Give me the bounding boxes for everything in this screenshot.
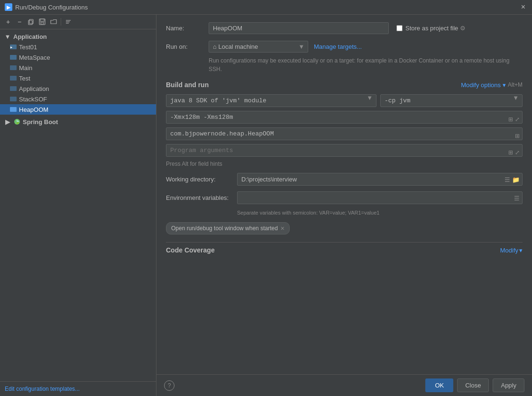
vm-options-icons: ⊞ ⤢ xyxy=(508,116,520,123)
java-select-wrapper: java 8 SDK of 'jvm' module ▼ xyxy=(166,94,376,107)
application-group-label: Application xyxy=(13,33,47,40)
tree-item-label: Test xyxy=(19,75,30,82)
run-debug-dialog: ▶ Run/Debug Configurations × + − xyxy=(0,0,532,396)
modify-coverage-label: Modify xyxy=(500,247,518,254)
cp-select-wrapper: -cp jvm ▼ xyxy=(380,94,523,107)
env-vars-hint: Separate variables with semicolon: VAR=v… xyxy=(237,210,523,216)
apply-button[interactable]: Apply xyxy=(493,378,524,392)
env-vars-label: Environment variables: xyxy=(166,194,237,201)
ok-button[interactable]: OK xyxy=(425,378,453,392)
java-cp-row: java 8 SDK of 'jvm' module ▼ -cp jvm ▼ xyxy=(166,94,523,107)
run-config-icon xyxy=(9,106,17,113)
env-vars-expand-icon[interactable]: ☰ xyxy=(514,194,520,201)
copy-config-button[interactable] xyxy=(26,17,36,27)
expand-args-icon[interactable]: ⊞ xyxy=(508,149,513,156)
application-group[interactable]: ▼ Application xyxy=(0,31,156,42)
run-config-icon xyxy=(9,95,17,103)
expand-args-icon2[interactable]: ⤢ xyxy=(515,149,520,156)
tree-item-main[interactable]: Main xyxy=(0,63,156,73)
manage-targets-link[interactable]: Manage targets... xyxy=(314,43,362,50)
working-dir-icons: ☰ 📁 xyxy=(504,176,520,183)
svg-rect-14 xyxy=(10,97,17,101)
java-select[interactable]: java 8 SDK of 'jvm' module xyxy=(166,94,376,107)
close-button[interactable]: × xyxy=(519,3,527,11)
spring-boot-group[interactable]: ▶ 🍃 Spring Boot xyxy=(0,117,156,127)
store-project-wrapper: Store as project file ⚙ xyxy=(396,25,466,32)
working-dir-label: Working directory: xyxy=(166,176,237,183)
tree-item-heapoom[interactable]: HeapOOM xyxy=(0,104,156,115)
cp-select[interactable]: -cp jvm xyxy=(380,94,523,107)
tree-item-test01[interactable]: ▶ Test01 xyxy=(0,42,156,52)
svg-rect-3 xyxy=(40,19,44,21)
close-dialog-button[interactable]: Close xyxy=(457,378,489,392)
env-vars-input[interactable] xyxy=(237,191,523,204)
open-tool-window-chip: Open run/debug tool window when started … xyxy=(166,222,290,234)
build-run-header: Build and run Modify options ▾ Alt+M xyxy=(166,81,523,89)
svg-rect-11 xyxy=(10,65,17,70)
left-panel: + − xyxy=(0,15,156,396)
tree-item-label: Test01 xyxy=(19,44,37,51)
store-project-checkbox[interactable] xyxy=(396,25,403,31)
program-args-icons: ⊞ ⤢ xyxy=(508,149,520,156)
expand-main-icon[interactable]: ⊞ xyxy=(515,133,520,139)
svg-rect-12 xyxy=(10,76,17,81)
svg-rect-13 xyxy=(10,86,17,91)
edit-config-templates-link[interactable]: Edit configuration templates... xyxy=(0,381,156,396)
main-content: + − xyxy=(0,15,532,396)
svg-rect-4 xyxy=(41,22,44,24)
run-config-icon xyxy=(9,74,17,82)
program-args-input[interactable] xyxy=(166,144,523,157)
modify-options-label: Modify options xyxy=(461,81,501,89)
chip-close-button[interactable]: × xyxy=(281,225,284,232)
remove-config-button[interactable]: − xyxy=(14,17,25,27)
run-info-text: Run configurations may be executed local… xyxy=(209,56,523,73)
modify-coverage-chevron: ▾ xyxy=(519,247,523,254)
name-input[interactable] xyxy=(209,22,389,34)
svg-rect-15 xyxy=(10,107,17,112)
main-class-input[interactable] xyxy=(166,127,523,140)
modify-options-link[interactable]: Modify options ▾ xyxy=(461,81,506,89)
env-vars-icons: ☰ xyxy=(514,194,520,201)
run-on-select[interactable]: ⌂ Local machine xyxy=(209,41,308,53)
run-config-icon xyxy=(9,54,17,61)
config-tree: ▼ Application ▶ Test01 xyxy=(0,29,156,381)
tree-item-metaspace[interactable]: MetaSpace xyxy=(0,52,156,63)
bottom-bar: ? OK Close Apply xyxy=(156,374,532,396)
gear-icon[interactable]: ⚙ xyxy=(460,25,466,32)
tree-item-test[interactable]: Test xyxy=(0,73,156,83)
dialog-icon: ▶ xyxy=(5,3,12,11)
name-label: Name: xyxy=(166,25,209,32)
working-dir-input-wrapper: ☰ 📁 xyxy=(237,173,523,186)
spring-boot-icon: 🍃 xyxy=(13,118,21,126)
tree-item-application[interactable]: Application xyxy=(0,83,156,94)
hint-text: Press Alt for field hints xyxy=(166,161,523,167)
modify-options-chevron: ▾ xyxy=(503,81,506,89)
expand-vm-icon2[interactable]: ⤢ xyxy=(515,116,520,123)
expand-vm-icon[interactable]: ⊞ xyxy=(508,116,513,123)
dialog-title: Run/Debug Configurations xyxy=(15,4,519,11)
add-config-button[interactable]: + xyxy=(3,17,13,27)
program-args-wrapper: ⊞ ⤢ xyxy=(166,144,523,161)
run-on-row: Run on: ⌂ Local machine ▼ Manage targets… xyxy=(166,41,523,53)
tree-item-label: StackSOF xyxy=(19,96,47,103)
working-dir-input[interactable] xyxy=(237,173,523,186)
main-class-icons: ⊞ xyxy=(515,133,520,139)
vm-options-input[interactable] xyxy=(166,111,523,124)
modify-options-wrapper: Modify options ▾ Alt+M xyxy=(461,81,523,89)
code-coverage-title: Code Coverage xyxy=(166,246,215,254)
right-scroll: Name: Store as project file ⚙ Run on: xyxy=(156,15,532,374)
run-on-select-wrapper: ⌂ Local machine ▼ xyxy=(209,41,308,53)
working-dir-folder-icon[interactable]: 📁 xyxy=(512,176,520,183)
tree-item-label: Main xyxy=(19,64,32,72)
save-config-button[interactable] xyxy=(37,17,47,27)
right-content: Name: Store as project file ⚙ Run on: xyxy=(156,15,532,261)
sort-config-button[interactable] xyxy=(63,17,73,27)
run-config-icon xyxy=(9,64,17,72)
working-dir-file-icon[interactable]: ☰ xyxy=(504,176,510,183)
svg-text:🍃: 🍃 xyxy=(15,119,20,124)
tree-item-stacksof[interactable]: StackSOF xyxy=(0,94,156,104)
tree-item-label: MetaSpace xyxy=(19,54,50,61)
folder-config-button[interactable] xyxy=(48,17,59,27)
modify-coverage-link[interactable]: Modify ▾ xyxy=(500,247,523,254)
help-button[interactable]: ? xyxy=(164,380,174,391)
